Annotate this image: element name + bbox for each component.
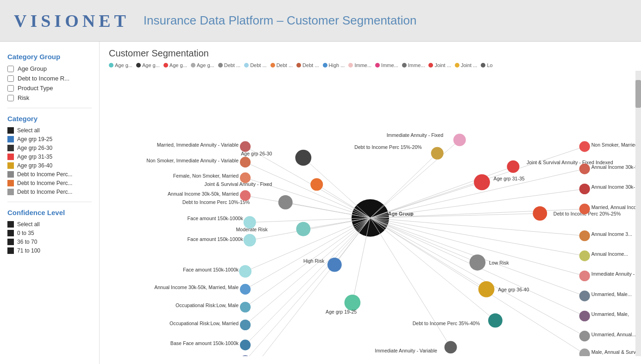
legend-label-joint1: Joint ... xyxy=(434,62,451,68)
node-age2630[interactable] xyxy=(295,150,312,166)
legend-debt1: Debt ... xyxy=(218,62,240,68)
debt-income-checkbox[interactable] xyxy=(7,75,14,82)
node-r6[interactable] xyxy=(579,251,590,261)
cat-debt-2[interactable]: Debt to Income Perc... xyxy=(7,180,92,186)
node-r11[interactable] xyxy=(579,349,590,356)
node-l4[interactable] xyxy=(240,190,251,201)
node-l3[interactable] xyxy=(240,173,251,183)
node-r7[interactable] xyxy=(579,271,590,281)
conf-0-35[interactable]: 0 to 35 xyxy=(7,230,92,236)
node-r10[interactable] xyxy=(579,331,590,341)
chart-area: Age Group xyxy=(100,71,641,356)
node-l7[interactable] xyxy=(240,320,251,330)
age-group-checkbox[interactable] xyxy=(7,66,14,72)
node-debt3540[interactable] xyxy=(488,313,503,327)
line-l4 xyxy=(245,196,371,218)
legend-age-g3: Age g... xyxy=(163,62,187,68)
node-r1[interactable] xyxy=(579,141,590,152)
conf-label-035: 0 to 35 xyxy=(17,230,34,236)
cat-select-all[interactable]: Select all xyxy=(7,127,92,134)
legend-imme3: Imme... xyxy=(402,62,425,68)
cat-swatch-age2630 xyxy=(7,145,14,151)
node-jointfix[interactable] xyxy=(310,178,323,191)
cat-label-age1925: Age grp 19-25 xyxy=(17,136,52,142)
legend-label-imme1: Imme... xyxy=(354,62,371,68)
label-face1: Face amount 150k-1000k xyxy=(188,216,244,221)
node-r8[interactable] xyxy=(579,290,590,301)
cat-label-debt3: Debt to Income Perc... xyxy=(17,189,72,195)
risk-checkbox[interactable] xyxy=(7,95,14,101)
node-l2[interactable] xyxy=(240,157,251,167)
node-age1925[interactable] xyxy=(345,295,361,311)
label-r8: Unmarried, Male... xyxy=(591,291,632,297)
conf-select-all[interactable]: Select all xyxy=(7,221,92,228)
node-face1[interactable] xyxy=(244,216,256,228)
legend-imme1: Imme... xyxy=(348,62,371,68)
node-debt2025[interactable] xyxy=(533,206,547,221)
node-l1[interactable] xyxy=(240,141,251,152)
node-l6[interactable] xyxy=(240,302,251,312)
node-immevar[interactable] xyxy=(445,341,457,353)
label-age3135: Age grp 31-35 xyxy=(494,176,525,181)
conf-36-70[interactable]: 36 to 70 xyxy=(7,239,92,245)
node-face3[interactable] xyxy=(239,265,251,278)
sidebar-item-age-group[interactable]: Age Group xyxy=(7,65,92,72)
legend-label-imme2: Imme... xyxy=(381,62,398,68)
conf-71-100[interactable]: 71 to 100 xyxy=(7,247,92,254)
product-type-checkbox[interactable] xyxy=(7,85,14,92)
cat-debt-1[interactable]: Debt to Income Perc... xyxy=(7,171,92,178)
label-r3: Annual Income 30k- Occupational Risk: xyxy=(591,184,641,190)
sidebar-item-product-type[interactable]: Product Type xyxy=(7,85,92,92)
legend-label-debt1: Debt ... xyxy=(224,62,240,68)
cat-label-age3640: Age grp 36-40 xyxy=(17,162,52,169)
node-r9[interactable] xyxy=(579,311,590,321)
label-r11: Male, Annual & Survival Annuity xyxy=(591,349,641,355)
legend-label-imme3: Imme... xyxy=(408,62,425,68)
node-face2[interactable] xyxy=(244,234,256,247)
line-lowrisk xyxy=(371,218,478,262)
node-age3135[interactable] xyxy=(474,174,490,191)
node-r2[interactable] xyxy=(579,164,590,174)
cat-age-26-30[interactable]: Age grp 26-30 xyxy=(7,145,92,151)
node-immefix[interactable] xyxy=(453,134,466,146)
category-group-title: Category Group xyxy=(7,53,92,61)
node-debt1520[interactable] xyxy=(431,147,444,160)
sidebar-item-risk[interactable]: Risk xyxy=(7,94,92,101)
sidebar-item-debt-income[interactable]: Debt to Income R... xyxy=(7,75,92,82)
legend-dot-imme3 xyxy=(402,63,407,68)
node-r3[interactable] xyxy=(579,184,590,194)
node-moderaterisk[interactable] xyxy=(296,222,310,236)
node-jointfixidx[interactable] xyxy=(507,160,520,173)
label-age1925: Age grp 19-25 xyxy=(326,309,357,315)
node-age3640[interactable] xyxy=(478,281,495,297)
conf-swatch-035 xyxy=(7,230,14,236)
legend-label-joint2: Joint ... xyxy=(461,62,477,68)
cat-age-31-35[interactable]: Age grp 31-35 xyxy=(7,154,92,160)
page-title: Customer Segmentation xyxy=(100,42,641,61)
node-highrisk[interactable] xyxy=(327,258,342,272)
conf-swatch-selectall xyxy=(7,221,14,228)
node-r4[interactable] xyxy=(579,204,590,214)
label-r6: Annual Income... xyxy=(591,251,628,257)
line-r6 xyxy=(371,218,585,256)
network-svg: Age Group xyxy=(100,71,641,356)
node-l5[interactable] xyxy=(240,284,251,295)
cat-debt-3[interactable]: Debt to Income Perc... xyxy=(7,189,92,195)
node-debt1015[interactable] xyxy=(278,195,293,210)
cat-age-19-25[interactable]: Age grp 19-25 xyxy=(7,136,92,142)
node-lowrisk[interactable] xyxy=(470,254,486,271)
category-title: Category xyxy=(7,115,92,123)
product-type-label: Product Type xyxy=(18,85,53,92)
line-jointfixidx xyxy=(371,167,514,218)
label-immefix: Immediate Annuity - Fixed xyxy=(387,132,444,138)
conf-label-71100: 71 to 100 xyxy=(17,247,40,254)
node-l8[interactable] xyxy=(240,339,251,350)
divider-2 xyxy=(7,202,92,202)
node-r5[interactable] xyxy=(579,230,590,241)
label-debt1520: Debt to Income Perc 15%-20% xyxy=(354,144,422,150)
legend-dot-debt2 xyxy=(244,63,249,68)
label-l7: Occupational Risk:Low, Married xyxy=(170,321,239,326)
legend-dot-ageg3 xyxy=(163,63,168,68)
scrollbar-thumb[interactable] xyxy=(635,80,641,108)
cat-age-36-40[interactable]: Age grp 36-40 xyxy=(7,162,92,169)
